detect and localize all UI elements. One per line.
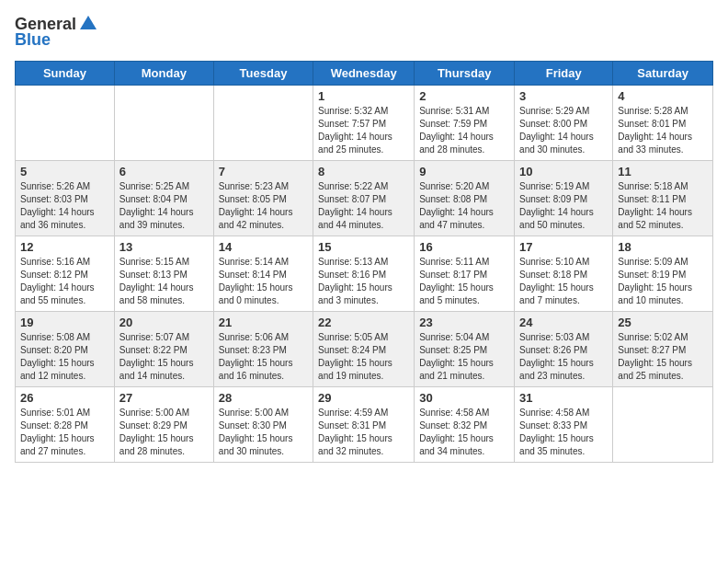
day-number: 9 [419, 165, 509, 178]
day-number: 15 [318, 240, 409, 254]
weekday-header: Thursday [415, 62, 515, 86]
calendar-cell [613, 387, 713, 463]
day-info: Sunrise: 5:19 AM Sunset: 8:09 PM Dayligh… [519, 180, 608, 232]
day-info: Sunrise: 5:14 AM Sunset: 8:14 PM Dayligh… [219, 256, 308, 307]
day-number: 31 [519, 391, 608, 405]
day-info: Sunrise: 5:08 AM Sunset: 8:20 PM Dayligh… [20, 331, 109, 383]
calendar-cell: 4Sunrise: 5:28 AM Sunset: 8:01 PM Daylig… [613, 86, 713, 161]
day-info: Sunrise: 5:31 AM Sunset: 7:59 PM Dayligh… [419, 105, 509, 156]
calendar-cell [213, 86, 313, 161]
day-info: Sunrise: 5:15 AM Sunset: 8:13 PM Dayligh… [119, 256, 209, 307]
day-number: 20 [119, 316, 209, 329]
day-number: 23 [419, 316, 509, 329]
day-info: Sunrise: 5:10 AM Sunset: 8:18 PM Dayligh… [519, 256, 608, 307]
page-header: General Blue [15, 15, 713, 50]
day-info: Sunrise: 5:13 AM Sunset: 8:16 PM Dayligh… [318, 256, 409, 307]
calendar-cell: 16Sunrise: 5:11 AM Sunset: 8:17 PM Dayli… [415, 236, 515, 312]
calendar-cell: 13Sunrise: 5:15 AM Sunset: 8:13 PM Dayli… [114, 236, 213, 312]
day-info: Sunrise: 5:23 AM Sunset: 8:05 PM Dayligh… [219, 180, 308, 232]
calendar-cell: 8Sunrise: 5:22 AM Sunset: 8:07 PM Daylig… [313, 161, 415, 236]
calendar-cell: 2Sunrise: 5:31 AM Sunset: 7:59 PM Daylig… [415, 86, 515, 161]
svg-marker-0 [80, 16, 97, 29]
day-number: 26 [20, 391, 109, 405]
calendar-cell: 7Sunrise: 5:23 AM Sunset: 8:05 PM Daylig… [213, 161, 313, 236]
calendar-cell: 20Sunrise: 5:07 AM Sunset: 8:22 PM Dayli… [114, 312, 213, 387]
weekday-header: Friday [515, 62, 613, 86]
calendar-cell: 3Sunrise: 5:29 AM Sunset: 8:00 PM Daylig… [515, 86, 613, 161]
calendar-cell: 25Sunrise: 5:02 AM Sunset: 8:27 PM Dayli… [613, 312, 713, 387]
day-info: Sunrise: 5:05 AM Sunset: 8:24 PM Dayligh… [318, 331, 409, 383]
day-number: 29 [318, 391, 409, 405]
weekday-header-row: SundayMondayTuesdayWednesdayThursdayFrid… [16, 62, 713, 86]
calendar-cell: 26Sunrise: 5:01 AM Sunset: 8:28 PM Dayli… [16, 387, 115, 463]
calendar-cell: 12Sunrise: 5:16 AM Sunset: 8:12 PM Dayli… [16, 236, 115, 312]
calendar-cell: 11Sunrise: 5:18 AM Sunset: 8:11 PM Dayli… [613, 161, 713, 236]
day-number: 7 [219, 165, 308, 178]
calendar-cell: 10Sunrise: 5:19 AM Sunset: 8:09 PM Dayli… [515, 161, 613, 236]
day-info: Sunrise: 5:29 AM Sunset: 8:00 PM Dayligh… [519, 105, 608, 156]
day-info: Sunrise: 5:01 AM Sunset: 8:28 PM Dayligh… [20, 407, 109, 458]
day-number: 19 [20, 316, 109, 329]
calendar-week-row: 1Sunrise: 5:32 AM Sunset: 7:57 PM Daylig… [16, 86, 713, 161]
weekday-header: Monday [114, 62, 213, 86]
day-number: 22 [318, 316, 409, 329]
day-number: 24 [519, 316, 608, 329]
day-number: 2 [419, 89, 509, 103]
calendar-cell: 31Sunrise: 4:58 AM Sunset: 8:33 PM Dayli… [515, 387, 613, 463]
day-number: 1 [318, 89, 409, 103]
weekday-header: Sunday [16, 62, 115, 86]
day-info: Sunrise: 4:59 AM Sunset: 8:31 PM Dayligh… [318, 407, 409, 458]
calendar-cell: 5Sunrise: 5:26 AM Sunset: 8:03 PM Daylig… [16, 161, 115, 236]
day-number: 12 [20, 240, 109, 254]
weekday-header: Saturday [613, 62, 713, 86]
day-number: 21 [219, 316, 308, 329]
calendar-cell: 15Sunrise: 5:13 AM Sunset: 8:16 PM Dayli… [313, 236, 415, 312]
day-number: 3 [519, 89, 608, 103]
day-number: 30 [419, 391, 509, 405]
day-info: Sunrise: 5:07 AM Sunset: 8:22 PM Dayligh… [119, 331, 209, 383]
calendar-week-row: 26Sunrise: 5:01 AM Sunset: 8:28 PM Dayli… [16, 387, 713, 463]
day-number: 27 [119, 391, 209, 405]
day-info: Sunrise: 5:25 AM Sunset: 8:04 PM Dayligh… [119, 180, 209, 232]
day-info: Sunrise: 5:00 AM Sunset: 8:29 PM Dayligh… [119, 407, 209, 458]
day-number: 28 [219, 391, 308, 405]
day-info: Sunrise: 5:18 AM Sunset: 8:11 PM Dayligh… [618, 180, 708, 232]
logo-icon [78, 13, 98, 33]
day-number: 4 [618, 89, 708, 103]
day-number: 17 [519, 240, 608, 254]
calendar-table: SundayMondayTuesdayWednesdayThursdayFrid… [15, 61, 713, 463]
calendar-cell: 29Sunrise: 4:59 AM Sunset: 8:31 PM Dayli… [313, 387, 415, 463]
day-info: Sunrise: 5:28 AM Sunset: 8:01 PM Dayligh… [618, 105, 708, 156]
weekday-header: Tuesday [213, 62, 313, 86]
calendar-cell [114, 86, 213, 161]
day-info: Sunrise: 5:20 AM Sunset: 8:08 PM Dayligh… [419, 180, 509, 232]
day-info: Sunrise: 5:16 AM Sunset: 8:12 PM Dayligh… [20, 256, 109, 307]
day-info: Sunrise: 5:11 AM Sunset: 8:17 PM Dayligh… [419, 256, 509, 307]
day-info: Sunrise: 5:32 AM Sunset: 7:57 PM Dayligh… [318, 105, 409, 156]
calendar-cell: 22Sunrise: 5:05 AM Sunset: 8:24 PM Dayli… [313, 312, 415, 387]
calendar-cell: 24Sunrise: 5:03 AM Sunset: 8:26 PM Dayli… [515, 312, 613, 387]
calendar-cell: 6Sunrise: 5:25 AM Sunset: 8:04 PM Daylig… [114, 161, 213, 236]
calendar-week-row: 5Sunrise: 5:26 AM Sunset: 8:03 PM Daylig… [16, 161, 713, 236]
day-number: 5 [20, 165, 109, 178]
day-number: 8 [318, 165, 409, 178]
day-number: 11 [618, 165, 708, 178]
calendar-cell: 28Sunrise: 5:00 AM Sunset: 8:30 PM Dayli… [213, 387, 313, 463]
day-info: Sunrise: 5:00 AM Sunset: 8:30 PM Dayligh… [219, 407, 308, 458]
calendar-body: 1Sunrise: 5:32 AM Sunset: 7:57 PM Daylig… [16, 86, 713, 463]
calendar-cell: 21Sunrise: 5:06 AM Sunset: 8:23 PM Dayli… [213, 312, 313, 387]
day-info: Sunrise: 4:58 AM Sunset: 8:33 PM Dayligh… [519, 407, 608, 458]
day-number: 13 [119, 240, 209, 254]
calendar-cell: 14Sunrise: 5:14 AM Sunset: 8:14 PM Dayli… [213, 236, 313, 312]
calendar-week-row: 19Sunrise: 5:08 AM Sunset: 8:20 PM Dayli… [16, 312, 713, 387]
calendar-cell: 27Sunrise: 5:00 AM Sunset: 8:29 PM Dayli… [114, 387, 213, 463]
calendar-week-row: 12Sunrise: 5:16 AM Sunset: 8:12 PM Dayli… [16, 236, 713, 312]
weekday-header: Wednesday [313, 62, 415, 86]
calendar-cell: 18Sunrise: 5:09 AM Sunset: 8:19 PM Dayli… [613, 236, 713, 312]
day-number: 16 [419, 240, 509, 254]
calendar-cell: 9Sunrise: 5:20 AM Sunset: 8:08 PM Daylig… [415, 161, 515, 236]
calendar-cell: 30Sunrise: 4:58 AM Sunset: 8:32 PM Dayli… [415, 387, 515, 463]
day-number: 6 [119, 165, 209, 178]
day-number: 18 [618, 240, 708, 254]
calendar-cell: 1Sunrise: 5:32 AM Sunset: 7:57 PM Daylig… [313, 86, 415, 161]
